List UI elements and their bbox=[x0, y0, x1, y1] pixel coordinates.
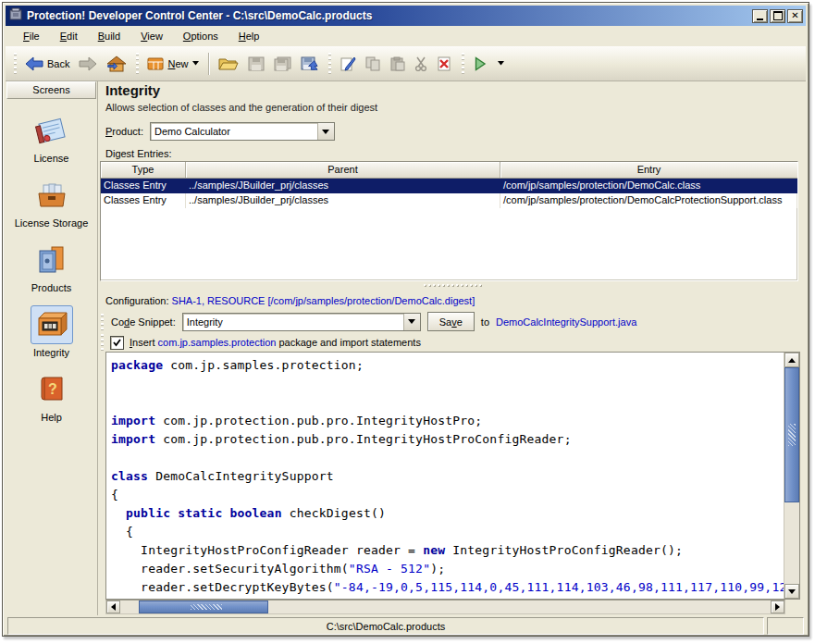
sidebar-item-products[interactable]: Products bbox=[31, 241, 73, 293]
code-pane[interactable]: package com.jp.samples.protection; impor… bbox=[106, 353, 784, 599]
code-line: class DemoCalcIntegritySupport bbox=[111, 467, 784, 486]
code-line bbox=[111, 393, 784, 412]
page-title: Integrity bbox=[105, 82, 160, 98]
check-icon bbox=[113, 339, 121, 347]
back-button[interactable]: Back bbox=[20, 53, 74, 75]
back-arrow-icon bbox=[25, 56, 43, 71]
run-button[interactable] bbox=[468, 53, 492, 75]
code-snippet-select[interactable]: Integrity bbox=[182, 313, 421, 331]
help-icon: ? bbox=[34, 373, 69, 406]
app-icon bbox=[8, 6, 23, 25]
maximize-button[interactable] bbox=[770, 9, 785, 23]
toolbar: Back New bbox=[6, 46, 806, 81]
save-as-icon bbox=[301, 56, 319, 71]
code-snippet-dropdown-button[interactable] bbox=[403, 314, 420, 330]
back-label: Back bbox=[47, 58, 69, 69]
save-as-button[interactable] bbox=[296, 53, 324, 75]
title-bar[interactable]: Protection! Developer Control Center - C… bbox=[6, 6, 806, 26]
toolbar-grip[interactable] bbox=[327, 53, 331, 75]
chevron-down-icon bbox=[498, 61, 504, 66]
horizontal-scroll-track[interactable] bbox=[120, 601, 771, 613]
toolbar-grip[interactable] bbox=[461, 53, 464, 75]
minimize-button[interactable] bbox=[752, 9, 768, 23]
integrity-screen: Integrity Allows selection of classes an… bbox=[98, 81, 806, 615]
home-button[interactable] bbox=[102, 52, 131, 76]
sidebar-item-license[interactable]: License bbox=[31, 111, 73, 164]
sidebar-item-integrity[interactable]: Integrity bbox=[31, 305, 73, 358]
column-header-entry[interactable]: Entry bbox=[500, 162, 797, 178]
insert-label-rest: package and import statements bbox=[278, 337, 420, 348]
scroll-up-button[interactable] bbox=[784, 353, 799, 367]
product-select[interactable]: Demo Calculator bbox=[150, 122, 335, 141]
edit-button[interactable] bbox=[335, 53, 361, 75]
toolbar-grip[interactable] bbox=[135, 53, 139, 75]
sidebar-item-label: License bbox=[34, 153, 69, 164]
close-button[interactable]: ✕ bbox=[787, 9, 803, 23]
menu-options[interactable]: Options bbox=[175, 29, 227, 43]
menu-edit[interactable]: Edit bbox=[52, 29, 86, 43]
table-row[interactable]: Classes Entry ../samples/JBuilder_prj/cl… bbox=[101, 193, 797, 208]
to-label: to bbox=[481, 316, 489, 328]
license-storage-icon bbox=[34, 179, 69, 212]
menu-file[interactable]: File bbox=[15, 29, 48, 43]
triangle-down-icon bbox=[788, 589, 796, 594]
run-dropdown-button[interactable] bbox=[492, 57, 509, 69]
code-line: import com.jp.protection.pub.pro.Integri… bbox=[111, 430, 784, 449]
forward-button[interactable] bbox=[74, 53, 102, 75]
new-label: New bbox=[167, 58, 188, 69]
menu-build[interactable]: Build bbox=[90, 29, 129, 43]
menu-help[interactable]: Help bbox=[230, 29, 268, 43]
new-button[interactable]: New bbox=[142, 53, 204, 75]
sidebar-item-help[interactable]: ? Help bbox=[31, 370, 73, 423]
code-line: package com.jp.samples.protection; bbox=[111, 356, 784, 375]
sidebar-item-license-storage[interactable]: License Storage bbox=[15, 176, 89, 229]
screens-header[interactable]: Screens bbox=[6, 81, 96, 99]
cell-parent: ../samples/JBuilder_prj/classes bbox=[186, 179, 500, 193]
configuration-label: Configuration: bbox=[105, 295, 169, 306]
product-dropdown-button[interactable] bbox=[317, 123, 334, 140]
row-grip[interactable] bbox=[100, 314, 105, 330]
code-line: public static boolean checkDigest() bbox=[111, 504, 784, 523]
package-link[interactable]: com.jp.samples.protection bbox=[158, 337, 277, 348]
screens-sidebar: Screens License License St bbox=[6, 81, 98, 615]
scroll-left-button[interactable] bbox=[106, 601, 120, 613]
triangle-left-icon bbox=[111, 603, 116, 611]
code-line: reader.setSecurityAlgorithm("RSA - 512")… bbox=[111, 560, 784, 578]
digest-entries-label: Digest Entries: bbox=[105, 148, 172, 159]
column-header-type[interactable]: Type bbox=[101, 162, 186, 178]
vertical-scroll-track[interactable] bbox=[784, 367, 799, 584]
chevron-down-icon bbox=[322, 130, 329, 134]
license-icon bbox=[34, 114, 69, 147]
open-button[interactable] bbox=[214, 53, 243, 75]
splitter-handle[interactable] bbox=[98, 281, 806, 288]
vertical-scrollbar[interactable] bbox=[784, 353, 799, 599]
cell-entry: /com/jp/samples/protection/DemoCalcProte… bbox=[500, 193, 797, 208]
table-row[interactable]: Classes Entry ../samples/JBuilder_prj/cl… bbox=[101, 179, 797, 193]
table-header: Type Parent Entry bbox=[101, 162, 797, 179]
code-line bbox=[111, 449, 784, 467]
run-icon bbox=[473, 56, 488, 71]
code-line bbox=[111, 375, 784, 393]
vertical-scroll-thumb[interactable] bbox=[784, 367, 799, 502]
page-subtitle: Allows selection of classes and the gene… bbox=[105, 102, 377, 113]
menu-view[interactable]: View bbox=[132, 29, 171, 43]
scroll-down-button[interactable] bbox=[784, 584, 799, 599]
insert-package-checkbox[interactable] bbox=[110, 336, 124, 350]
row-grip[interactable] bbox=[100, 334, 105, 351]
delete-icon bbox=[437, 56, 452, 71]
toolbar-grip[interactable] bbox=[13, 53, 17, 75]
column-header-parent[interactable]: Parent bbox=[186, 162, 500, 178]
horizontal-scrollbar[interactable] bbox=[105, 600, 785, 614]
target-file-link[interactable]: DemoCalcIntegritySupport.java bbox=[496, 316, 636, 328]
sidebar-item-label: License Storage bbox=[15, 217, 89, 229]
horizontal-scroll-thumb[interactable] bbox=[139, 601, 268, 613]
code-line: { bbox=[111, 486, 784, 504]
delete-button[interactable] bbox=[432, 53, 457, 75]
scroll-right-button[interactable] bbox=[771, 601, 784, 613]
new-icon bbox=[147, 56, 164, 71]
window-title: Protection! Developer Control Center - C… bbox=[27, 9, 752, 22]
code-editor[interactable]: package com.jp.samples.protection; impor… bbox=[105, 352, 800, 600]
status-panel-right bbox=[767, 617, 804, 635]
cell-entry: /com/jp/samples/protection/DemoCalc.clas… bbox=[500, 179, 797, 193]
save-snippet-button[interactable]: Save bbox=[427, 312, 475, 331]
